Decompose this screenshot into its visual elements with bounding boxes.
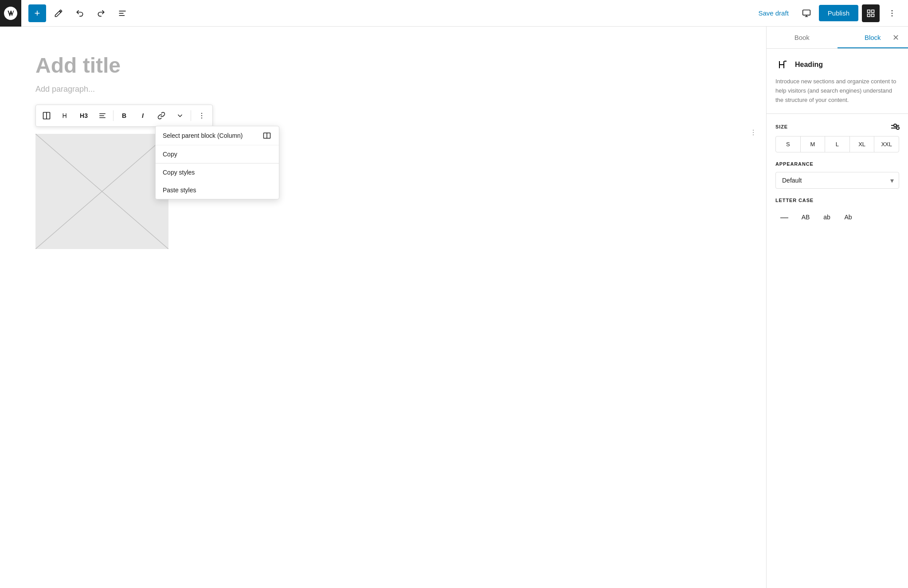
- block-info-section: Heading Introduce new sections and organ…: [767, 49, 908, 114]
- block-type-button[interactable]: [56, 107, 74, 125]
- toolbar-divider-2: [191, 110, 191, 121]
- letter-case-none[interactable]: —: [775, 213, 793, 222]
- size-section-label: SIZE: [775, 123, 899, 131]
- heading-block-icon: [775, 58, 790, 72]
- align-button[interactable]: [94, 107, 111, 125]
- content-row: Add H3... Add paragraph...: [35, 134, 731, 249]
- bold-button[interactable]: B: [115, 107, 133, 125]
- publish-button[interactable]: Publish: [819, 5, 858, 21]
- column-selector-button[interactable]: [38, 107, 55, 125]
- svg-point-17: [201, 115, 202, 116]
- block-type-title: Heading: [795, 61, 823, 69]
- paste-styles-label: Paste styles: [163, 187, 196, 194]
- size-xl-button[interactable]: XL: [850, 136, 875, 152]
- side-panel: Book Block ✕ Heading Introduce new secti…: [766, 27, 908, 588]
- context-menu: Select parent block (Column) Copy Copy s…: [155, 126, 279, 199]
- view-button[interactable]: [798, 4, 815, 22]
- appearance-select[interactable]: Default: [775, 172, 899, 189]
- settings-panel-button[interactable]: [862, 4, 880, 22]
- editor-area: Add title Add paragraph... H3: [0, 27, 766, 588]
- wordpress-logo[interactable]: [0, 0, 21, 27]
- copy-styles-menu-item[interactable]: Copy styles: [156, 164, 279, 181]
- draw-tool-button[interactable]: [50, 4, 67, 22]
- svg-rect-6: [872, 14, 874, 16]
- size-m-button[interactable]: M: [801, 136, 826, 152]
- paragraph-block[interactable]: Add paragraph...: [35, 85, 731, 94]
- svg-point-24: [753, 130, 754, 131]
- letter-case-section-label: LETTER CASE: [775, 198, 899, 203]
- block-description: Introduce new sections and organize cont…: [775, 77, 899, 105]
- svg-rect-5: [872, 10, 874, 12]
- title-block[interactable]: Add title: [35, 53, 731, 78]
- copy-label: Copy: [163, 151, 177, 158]
- main-layout: Add title Add paragraph... H3: [0, 27, 908, 588]
- svg-point-18: [201, 117, 202, 118]
- save-draft-button[interactable]: Save draft: [753, 6, 794, 20]
- main-toolbar: + Save draft Publish: [0, 0, 908, 27]
- panel-tabs: Book Block ✕: [767, 27, 908, 49]
- more-rich-text-button[interactable]: [171, 107, 189, 125]
- italic-button[interactable]: I: [134, 107, 152, 125]
- svg-rect-7: [868, 14, 870, 16]
- list-view-button[interactable]: [114, 4, 131, 22]
- letter-case-uppercase-button[interactable]: AB: [797, 208, 814, 226]
- svg-rect-27: [784, 61, 787, 62]
- svg-point-16: [201, 113, 202, 114]
- svg-rect-3: [802, 10, 810, 15]
- svg-point-25: [753, 132, 754, 133]
- select-parent-menu-item[interactable]: Select parent block (Column): [156, 126, 279, 145]
- letter-case-capitalize-button[interactable]: Ab: [839, 208, 857, 226]
- block-info-header: Heading: [775, 58, 899, 72]
- paste-styles-menu-item[interactable]: Paste styles: [156, 181, 279, 199]
- copy-menu-item[interactable]: Copy: [156, 145, 279, 163]
- svg-rect-4: [868, 10, 870, 12]
- undo-button[interactable]: [71, 4, 89, 22]
- svg-point-9: [892, 12, 893, 14]
- redo-button[interactable]: [92, 4, 110, 22]
- size-options: S M L XL XXL: [775, 136, 899, 152]
- letter-case-lowercase-button[interactable]: ab: [818, 208, 836, 226]
- panel-close-button[interactable]: ✕: [887, 29, 904, 47]
- svg-point-10: [892, 15, 893, 16]
- select-parent-label: Select parent block (Column): [163, 132, 243, 139]
- link-button[interactable]: [153, 107, 170, 125]
- panel-body: SIZE S M L XL XXL APPEARANCE: [767, 114, 908, 235]
- size-l-button[interactable]: L: [825, 136, 850, 152]
- appearance-section-label: APPEARANCE: [775, 161, 899, 167]
- letter-case-options: — AB ab Ab: [775, 208, 899, 226]
- image-placeholder[interactable]: [35, 134, 168, 249]
- copy-styles-label: Copy styles: [163, 169, 195, 176]
- filter-icon[interactable]: [891, 123, 899, 131]
- block-toolbar: H3 B I: [35, 105, 213, 127]
- toolbar-divider: [113, 110, 114, 121]
- svg-point-26: [753, 134, 754, 135]
- h3-button[interactable]: H3: [75, 107, 93, 125]
- more-options-button[interactable]: [883, 4, 901, 22]
- svg-point-8: [892, 10, 893, 11]
- size-xxl-button[interactable]: XXL: [874, 136, 899, 152]
- tab-book[interactable]: Book: [767, 27, 838, 48]
- block-more-options[interactable]: [749, 129, 757, 138]
- appearance-select-wrapper: Default ▾: [775, 172, 899, 189]
- block-options-button[interactable]: [193, 107, 211, 125]
- add-block-button[interactable]: +: [28, 4, 46, 22]
- size-s-button[interactable]: S: [776, 136, 801, 152]
